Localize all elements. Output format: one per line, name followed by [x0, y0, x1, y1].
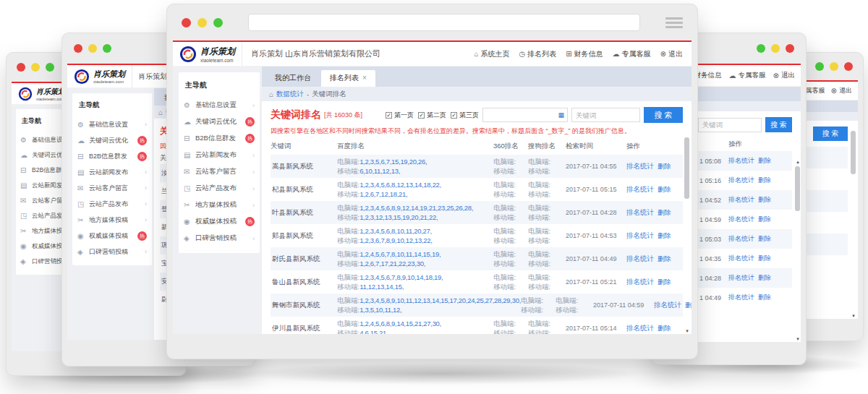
traffic-light-minimize[interactable] [830, 62, 838, 71]
rank-stat-link[interactable]: 排名统计 [654, 301, 681, 309]
traffic-light-minimize[interactable] [771, 44, 780, 53]
sidebar-item[interactable]: ✉ 云站客户留言 › [77, 180, 147, 196]
baidu-pc-ranks[interactable]: 1,2,3,4,5,6,8,9,12,14,19,21,23,25,26,28, [359, 204, 473, 212]
top-nav-item[interactable]: ☁ 专属客服 [729, 71, 766, 80]
sidebar-item[interactable]: ✂ 地方媒体投稿 › [77, 212, 147, 228]
rank-stat-link[interactable]: 排名统计 [728, 157, 754, 164]
page-checkbox[interactable]: ✓ 第三页 [451, 111, 479, 120]
traffic-light-close[interactable] [182, 18, 191, 27]
top-nav-item[interactable]: ☁ 专属客服 [613, 49, 651, 59]
sidebar-item[interactable]: ◳ 云站产品发布 › [77, 196, 147, 212]
top-nav-item[interactable]: ⊗ 退出 [773, 71, 795, 80]
rank-stat-link[interactable]: 排名统计 [728, 215, 754, 223]
top-nav-item[interactable]: ◷ 排名列表 [519, 49, 556, 59]
tab-ranking-list[interactable]: 排名列表× [321, 70, 375, 87]
baidu-pc-ranks[interactable]: 1,2,3,5,6,7,15,19,20,26, [359, 158, 427, 166]
baidu-mobile-ranks[interactable]: 4,6,15,21, [359, 329, 388, 334]
sidebar-item[interactable]: ◈ 口碑营销投稿 › [184, 230, 255, 247]
sidebar-item[interactable]: ◉ 权威媒体投稿 热 [184, 213, 255, 230]
rank-stat-link[interactable]: 排名统计 [626, 231, 654, 239]
rank-stat-link[interactable]: 排名统计 [728, 274, 754, 281]
delete-link[interactable]: 删除 [658, 278, 671, 286]
rank-stat-link[interactable]: 排名统计 [728, 254, 754, 262]
checkbox-icon[interactable]: ✓ [418, 112, 425, 119]
url-bar[interactable] [248, 14, 640, 31]
scrollbar-thumb[interactable] [684, 137, 689, 199]
rank-stat-link[interactable]: 排名统计 [728, 294, 754, 301]
baidu-mobile-ranks[interactable]: 1,2,3,12,13,15,19,20,21,22, [359, 213, 438, 221]
sidebar-item[interactable]: ◳ 云站产品发布 › [184, 180, 255, 197]
sidebar-item[interactable]: ⊟ B2B信息群发 热 [77, 148, 147, 164]
checkbox-icon[interactable]: ✓ [451, 112, 457, 119]
rank-stat-link[interactable]: 排名统计 [626, 324, 654, 332]
baidu-pc-ranks[interactable]: 1,2,4,5,6,8,9,14,15,21,27,30, [359, 320, 441, 327]
traffic-light-close[interactable] [786, 44, 794, 53]
top-nav-item[interactable]: ⊗ 退出 [831, 86, 852, 95]
date-input[interactable]: ▦ [482, 108, 568, 122]
scrollbar[interactable]: ▴ ▾ [795, 166, 800, 336]
baidu-pc-ranks[interactable]: 1,2,3,4,5,6,7,8,9,10,14,18,19, [359, 273, 443, 281]
scrollbar[interactable]: ▾ [684, 137, 689, 328]
traffic-light-minimize[interactable] [88, 44, 97, 53]
baidu-pc-ranks[interactable]: 1,2,4,5,6,7,8,10,11,14,15,19, [359, 250, 441, 258]
tab-workbench[interactable]: 我的工作台 [266, 70, 320, 87]
sidebar-item[interactable]: ▤ 云站新闻发布 › [77, 164, 147, 180]
sidebar-item[interactable]: ☁ 关键词云优化 热 [77, 132, 147, 148]
baidu-mobile-ranks[interactable]: 1,2,6,7,17,21,22,23,30, [359, 260, 425, 267]
tab-close-icon[interactable]: × [362, 74, 367, 82]
traffic-light-close[interactable] [17, 63, 25, 72]
top-nav-item[interactable]: ⊞ 财务信息 [566, 49, 603, 59]
top-nav-item[interactable]: ⌂ 系统主页 [474, 49, 509, 59]
delete-link[interactable]: 删除 [758, 294, 771, 301]
delete-link[interactable]: 删除 [758, 157, 771, 164]
sidebar-item[interactable]: ⚙ 基础信息设置 › [77, 116, 147, 132]
scroll-down-icon[interactable]: ▾ [795, 336, 801, 342]
rank-stat-link[interactable]: 排名统计 [626, 208, 654, 216]
sidebar-item[interactable]: ◈ 口碑营销投稿 › [77, 244, 147, 260]
delete-link[interactable]: 删除 [658, 254, 671, 262]
keyword-input[interactable] [571, 108, 640, 122]
keyword-input[interactable] [698, 118, 762, 132]
page-checkbox[interactable]: ✓ 第一页 [386, 111, 414, 120]
baidu-pc-ranks[interactable]: 1,2,3,4,5,6,8,10,11,20,27, [359, 227, 432, 235]
scrollbar[interactable]: ▾ [851, 131, 856, 313]
sidebar-item[interactable]: ▤ 云站新闻发布 › [184, 147, 255, 163]
breadcrumb-section[interactable]: 数据统计 [276, 90, 304, 99]
baidu-mobile-ranks[interactable]: 1,2,3,6,7,8,9,10,12,13,22, [359, 236, 433, 244]
traffic-light-close[interactable] [844, 62, 853, 71]
delete-link[interactable]: 删除 [758, 274, 771, 281]
traffic-light-minimize[interactable] [31, 63, 40, 72]
search-button[interactable]: 搜 索 [813, 127, 848, 141]
baidu-mobile-ranks[interactable]: 11,12,13,14,15, [359, 283, 404, 291]
scrollbar-thumb[interactable] [795, 166, 800, 211]
traffic-light-close[interactable] [74, 44, 82, 53]
checkbox-icon[interactable]: ✓ [386, 112, 392, 119]
traffic-light-maximize[interactable] [213, 18, 223, 27]
baidu-pc-ranks[interactable]: 1,2,3,4,5,6,8,12,13,14,18,22, [359, 181, 441, 189]
delete-link[interactable]: 删除 [658, 324, 671, 332]
rank-stat-link[interactable]: 排名统计 [728, 176, 754, 184]
delete-link[interactable]: 删除 [658, 231, 671, 239]
delete-link[interactable]: 删除 [758, 215, 771, 223]
page-checkbox[interactable]: ✓ 第二页 [418, 111, 446, 120]
top-nav-item[interactable]: ⊗ 退出 [660, 49, 683, 59]
rank-stat-link[interactable]: 排名统计 [626, 162, 654, 170]
delete-link[interactable]: 删除 [758, 176, 771, 184]
calendar-icon[interactable]: ▦ [558, 111, 564, 119]
traffic-light-minimize[interactable] [197, 18, 207, 27]
delete-link[interactable]: 删除 [658, 185, 671, 193]
scroll-down-icon[interactable]: ▾ [851, 313, 856, 319]
sidebar-item[interactable]: ☁ 关键词云优化 热 [184, 114, 255, 130]
scroll-down-icon[interactable]: ▾ [684, 328, 690, 334]
baidu-mobile-ranks[interactable]: 6,10,11,12,13, [359, 167, 400, 175]
rank-stat-link[interactable]: 排名统计 [728, 196, 754, 203]
rank-stat-link[interactable]: 排名统计 [626, 185, 654, 193]
rank-stat-link[interactable]: 排名统计 [626, 254, 654, 262]
sidebar-item[interactable]: ⊟ B2B信息群发 热 [184, 130, 255, 147]
baidu-pc-ranks[interactable]: 1,2,3,4,5,8,9,10,11,12,13,14,15,17,20,24… [359, 296, 521, 304]
baidu-mobile-ranks[interactable]: 1,2,6,7,12,18,21, [359, 190, 407, 198]
search-button[interactable]: 搜 索 [644, 107, 683, 123]
scrollbar-thumb[interactable] [851, 131, 856, 174]
rank-stat-link[interactable]: 排名统计 [728, 235, 754, 242]
traffic-light-maximize[interactable] [757, 44, 765, 53]
